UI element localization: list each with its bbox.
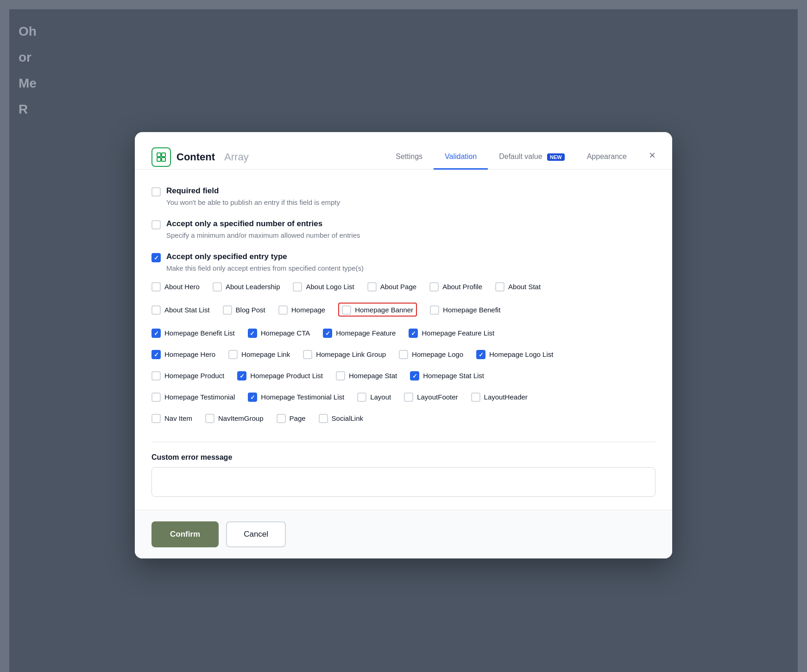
- homepage-logo-list-checkbox[interactable]: [476, 350, 485, 359]
- cancel-button[interactable]: Cancel: [226, 521, 286, 547]
- entry-type-checkbox[interactable]: [151, 253, 161, 262]
- homepage-product-list-label: Homepage Product List: [250, 372, 323, 380]
- list-item: Blog Post: [223, 304, 265, 315]
- list-item: SocialLink: [319, 413, 363, 423]
- homepage-feature-list-checkbox[interactable]: [409, 329, 418, 338]
- homepage-logo-checkbox[interactable]: [399, 350, 408, 359]
- list-item: Homepage Testimonial: [151, 392, 235, 402]
- homepage-product-checkbox[interactable]: [151, 371, 161, 380]
- custom-error-input[interactable]: [151, 467, 656, 497]
- homepage-testimonial-checkbox[interactable]: [151, 393, 161, 402]
- background-content: Oh or Me R: [9, 9, 46, 132]
- list-item: LayoutHeader: [471, 392, 528, 402]
- homepage-benefit-list-checkbox[interactable]: [151, 329, 161, 338]
- list-item: About Leadership: [213, 281, 280, 292]
- list-item: LayoutFooter: [404, 392, 458, 402]
- layout-header-checkbox[interactable]: [471, 393, 480, 402]
- blog-post-checkbox[interactable]: [223, 305, 232, 315]
- layout-checkbox[interactable]: [357, 393, 366, 402]
- number-entries-checkbox[interactable]: [151, 220, 161, 229]
- about-hero-label: About Hero: [164, 283, 200, 291]
- homepage-checkbox[interactable]: [278, 305, 288, 315]
- tab-default-value[interactable]: Default value NEW: [488, 145, 576, 170]
- custom-error-label: Custom error message: [151, 453, 656, 462]
- layout-label: Layout: [370, 393, 391, 401]
- homepage-feature-list-label: Homepage Feature List: [422, 329, 494, 337]
- list-item: Homepage Benefit: [430, 304, 500, 315]
- about-leadership-checkbox[interactable]: [213, 282, 222, 292]
- homepage-label: Homepage: [291, 306, 325, 314]
- tab-validation[interactable]: Validation: [434, 145, 488, 170]
- entry-type-option: Accept only specified entry type Make th…: [151, 252, 656, 429]
- number-entries-option: Accept only a specified number of entrie…: [151, 219, 656, 239]
- svg-rect-0: [157, 153, 161, 157]
- list-item: About Stat List: [151, 304, 210, 315]
- list-item: Homepage Product: [151, 370, 224, 380]
- about-logo-list-label: About Logo List: [306, 283, 354, 291]
- new-badge: NEW: [547, 153, 565, 161]
- entry-types-row-2: About Stat List Blog Post Homepage: [151, 303, 656, 322]
- number-entries-desc: Specify a minimum and/or maximum allowed…: [166, 231, 656, 239]
- homepage-link-group-label: Homepage Link Group: [316, 350, 386, 358]
- homepage-testimonial-list-checkbox[interactable]: [248, 393, 257, 402]
- layout-footer-checkbox[interactable]: [404, 393, 413, 402]
- list-item: About Stat: [495, 281, 541, 292]
- list-item: About Hero: [151, 281, 200, 292]
- list-item: Page: [277, 413, 306, 423]
- list-item: About Profile: [429, 281, 482, 292]
- modal-body: Required field You won't be able to publ…: [135, 170, 672, 510]
- about-page-checkbox[interactable]: [367, 282, 377, 292]
- about-logo-list-checkbox[interactable]: [293, 282, 302, 292]
- entry-types-grid: About Hero About Leadership About Logo L…: [151, 281, 656, 429]
- list-item: Layout: [357, 392, 391, 402]
- homepage-stat-checkbox[interactable]: [336, 371, 345, 380]
- required-field-desc: You won't be able to publish an entry if…: [166, 198, 656, 206]
- homepage-cta-checkbox[interactable]: [248, 329, 257, 338]
- svg-rect-3: [162, 158, 165, 161]
- content-icon: [151, 147, 171, 167]
- homepage-link-checkbox[interactable]: [228, 350, 238, 359]
- list-item: About Logo List: [293, 281, 354, 292]
- list-item: NavItemGroup: [205, 413, 264, 423]
- list-item: Homepage Stat List: [410, 370, 484, 380]
- required-field-checkbox[interactable]: [151, 187, 161, 197]
- tab-settings[interactable]: Settings: [385, 145, 434, 170]
- about-stat-label: About Stat: [508, 283, 541, 291]
- page-checkbox[interactable]: [277, 414, 286, 423]
- list-item: Homepage Product List: [237, 370, 323, 380]
- confirm-button[interactable]: Confirm: [151, 521, 219, 547]
- about-leadership-label: About Leadership: [226, 283, 280, 291]
- homepage-banner-checkbox[interactable]: [342, 305, 351, 315]
- nav-item-group-checkbox[interactable]: [205, 414, 214, 423]
- homepage-feature-checkbox[interactable]: [323, 329, 332, 338]
- list-item: Homepage CTA: [248, 328, 310, 338]
- social-link-checkbox[interactable]: [319, 414, 328, 423]
- close-button[interactable]: ×: [649, 150, 656, 161]
- list-item: Homepage Hero: [151, 349, 215, 359]
- nav-item-checkbox[interactable]: [151, 414, 161, 423]
- homepage-benefit-checkbox[interactable]: [430, 305, 439, 315]
- about-stat-list-checkbox[interactable]: [151, 305, 161, 315]
- list-item: Homepage Feature List: [409, 328, 494, 338]
- about-profile-checkbox[interactable]: [429, 282, 439, 292]
- list-item: Nav Item: [151, 413, 192, 423]
- homepage-logo-label: Homepage Logo: [412, 350, 463, 358]
- about-stat-checkbox[interactable]: [495, 282, 504, 292]
- homepage-hero-checkbox[interactable]: [151, 350, 161, 359]
- homepage-stat-label: Homepage Stat: [349, 372, 397, 380]
- homepage-testimonial-label: Homepage Testimonial: [164, 393, 235, 401]
- blog-post-label: Blog Post: [236, 306, 265, 314]
- modal-title: Content: [177, 151, 215, 163]
- list-item: Homepage Link: [228, 349, 290, 359]
- homepage-link-group-checkbox[interactable]: [303, 350, 312, 359]
- entry-type-desc: Make this field only accept entries from…: [166, 264, 656, 272]
- list-item: Homepage Feature: [323, 328, 396, 338]
- homepage-banner-item: Homepage Banner: [338, 303, 417, 317]
- about-hero-checkbox[interactable]: [151, 282, 161, 292]
- homepage-product-list-checkbox[interactable]: [237, 371, 246, 380]
- number-entries-label: Accept only a specified number of entrie…: [166, 219, 322, 228]
- homepage-cta-label: Homepage CTA: [261, 329, 310, 337]
- tab-appearance[interactable]: Appearance: [576, 145, 638, 170]
- homepage-stat-list-checkbox[interactable]: [410, 371, 419, 380]
- custom-error-section: Custom error message: [151, 453, 656, 499]
